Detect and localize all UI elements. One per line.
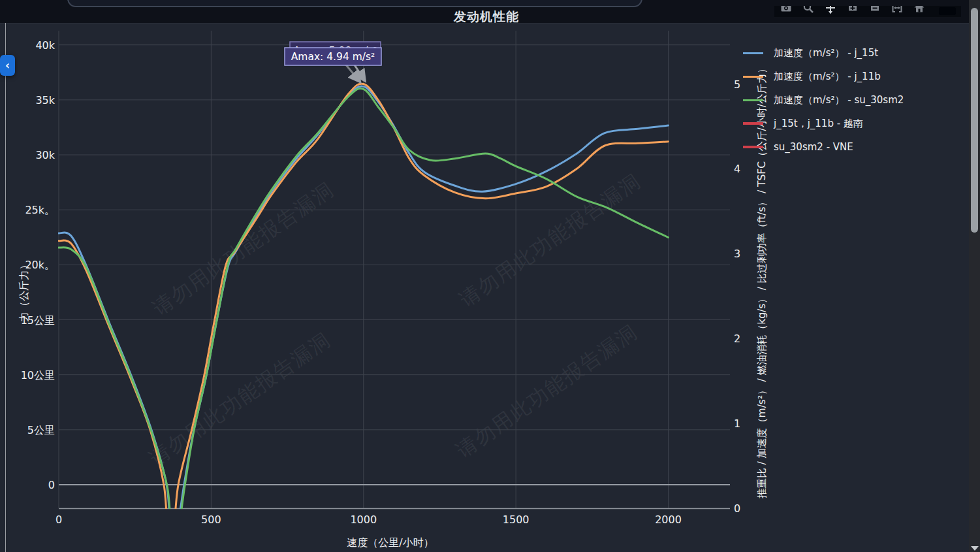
- page: 请勿用此功能报告漏洞 请勿用此功能报告漏洞 请勿用此功能报告漏洞 请勿用此功能报…: [0, 0, 980, 552]
- scrollbar-thumb[interactable]: [971, 8, 978, 233]
- legend-item[interactable]: 加速度（m/s²） - j_15t: [743, 41, 904, 65]
- legend-label: 加速度（m/s²） - su_30sm2: [774, 94, 904, 106]
- legend-swatch: [743, 99, 763, 101]
- chart-title: 发动机性能: [0, 8, 973, 25]
- y-left-tick: 35k: [35, 94, 55, 106]
- legend-swatch: [743, 122, 763, 125]
- x-tick: 1000: [350, 513, 377, 526]
- annotation-label: Amax: 4.94 m/s²: [291, 51, 375, 63]
- legend-label: 加速度（m/s²） - j_11b: [774, 71, 881, 83]
- x-tick: 1500: [503, 513, 530, 526]
- y-right-tick: 0: [734, 502, 740, 515]
- scrollbar-track[interactable]: [969, 0, 980, 552]
- x-tick: 0: [55, 513, 62, 526]
- y-left-tick: 5公里: [27, 424, 55, 436]
- y-right-tick: 1: [734, 417, 740, 430]
- y-left-tick: 25k。: [25, 204, 55, 216]
- y-right-tick: 4: [734, 163, 740, 175]
- legend-label: su_30sm2 - VNE: [774, 141, 853, 153]
- sidebar-edge: [5, 23, 6, 552]
- y-right-tick: 5: [734, 78, 740, 91]
- y-right-tick: 2: [734, 333, 740, 345]
- y-left-tick: 40k: [35, 39, 55, 52]
- legend-item[interactable]: 加速度（m/s²） - j_11b: [743, 65, 904, 88]
- legend-swatch: [743, 76, 763, 78]
- chevron-left-icon: ‹: [5, 59, 10, 72]
- legend-item[interactable]: su_30sm2 - VNE: [743, 135, 904, 159]
- sidebar-collapse-button[interactable]: ‹: [0, 55, 15, 76]
- y-left-tick: 30k: [35, 149, 55, 161]
- scroll-down-arrow-icon[interactable]: [971, 546, 979, 551]
- x-tick: 2000: [655, 513, 682, 526]
- legend-swatch: [743, 52, 763, 54]
- legend-swatch: [743, 146, 763, 148]
- legend-item[interactable]: j_15t，j_11b - 越南: [743, 112, 904, 135]
- y-left-tick: 0: [48, 479, 55, 491]
- y-left-tick: 10公里: [21, 369, 55, 382]
- legend-item[interactable]: 加速度（m/s²） - su_30sm2: [743, 88, 904, 112]
- legend: 加速度（m/s²） - j_15t加速度（m/s²） - j_11b加速度（m/…: [743, 41, 904, 159]
- x-tick: 500: [201, 513, 221, 526]
- address-bar[interactable]: [67, 0, 642, 7]
- legend-label: 加速度（m/s²） - j_15t: [774, 47, 878, 59]
- annotation-arrow: [345, 63, 360, 82]
- legend-label: j_15t，j_11b - 越南: [774, 118, 863, 130]
- x-axis-title: 速度（公里/小时）: [347, 536, 434, 549]
- y-right-tick: 3: [734, 248, 740, 260]
- y-left-axis-title: 力（公斤力）: [18, 259, 30, 322]
